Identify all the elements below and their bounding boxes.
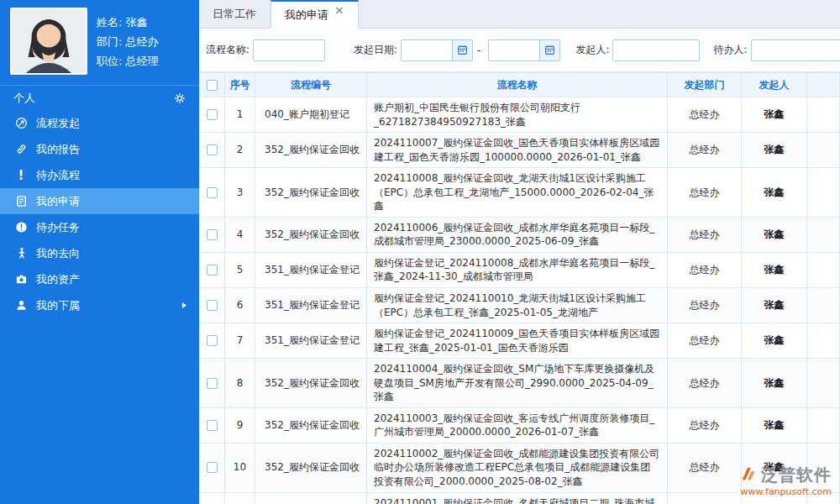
close-icon[interactable]: × <box>334 4 344 16</box>
process-name: 2024110002_履约保证金回收_成都能源建设集团投资有限公司临时办公场所装… <box>367 443 668 492</box>
col-header-no: 序号 <box>225 73 255 97</box>
section-label: 个人 <box>13 91 35 106</box>
row-extra <box>807 133 840 168</box>
initiator-input[interactable] <box>612 39 700 61</box>
col-header-code: 流程编号 <box>255 73 367 97</box>
process-code: 352_履约保证金回收 <box>255 359 367 408</box>
row-checkbox[interactable] <box>207 229 218 240</box>
initiator: 张鑫 <box>742 252 807 287</box>
row-index: 11 <box>225 492 255 504</box>
col-header-dept: 发起部门 <box>668 73 742 97</box>
filter-bar: 流程名称: 发起日期: - 发起人: 待办人: <box>199 29 840 72</box>
sidebar-item-my-applications[interactable]: 我的申请 <box>0 188 199 214</box>
select-all-checkbox[interactable] <box>207 80 218 91</box>
brand-logo-icon <box>739 465 758 486</box>
initiating-dept: 总经办 <box>668 492 742 504</box>
row-checkbox[interactable] <box>207 109 218 120</box>
brand-name: 泛普软件 <box>761 465 832 484</box>
process-name-input[interactable] <box>253 39 325 61</box>
sidebar-item-my-subordinates[interactable]: 我的下属 <box>0 292 199 318</box>
row-extra <box>807 217 840 252</box>
table-row[interactable]: 8 352_履约保证金回收 2024110004_履约保证金回收_SM广场地下车… <box>200 359 840 408</box>
initiator: 张鑫 <box>742 217 807 252</box>
process-name: 履约保证金登记_2024110010_龙湖天街城1区设计采购施工（EPC）总承包… <box>367 288 668 323</box>
table-row[interactable]: 4 352_履约保证金回收 2024110006_履约保证金回收_成都水岸华庭名… <box>200 217 840 252</box>
user-profile: 姓名: 张鑫 部门: 总经办 职位: 总经理 <box>0 0 199 85</box>
initiator: 张鑫 <box>742 97 807 133</box>
row-extra <box>807 168 840 218</box>
process-code: 351_履约保证金登记 <box>255 288 367 323</box>
initiating-dept: 总经办 <box>668 97 742 133</box>
table-row[interactable]: 9 352_履约保证金回收 2024110003_履约保证金回收_客运专线广州调… <box>200 407 840 443</box>
row-checkbox[interactable] <box>207 300 218 311</box>
row-index: 1 <box>225 97 255 133</box>
row-index: 5 <box>225 252 255 287</box>
process-code: 351_履约保证金登记 <box>255 252 367 287</box>
sidebar-item-process-start[interactable]: 流程发起 <box>0 110 199 136</box>
process-name-label: 流程名称: <box>206 43 249 57</box>
col-header-initiator: 发起人 <box>742 73 807 97</box>
sidebar-item-my-whereabouts[interactable]: 我的去向 <box>0 240 199 266</box>
col-header-extra <box>807 73 840 97</box>
row-checkbox[interactable] <box>207 187 218 198</box>
row-index: 6 <box>225 288 255 323</box>
person-icon <box>13 299 29 312</box>
exclamation-icon: ! <box>13 168 29 183</box>
row-index: 2 <box>225 133 255 168</box>
initiating-dept: 总经办 <box>668 407 742 443</box>
tab-my-applications[interactable]: 我的申请 × <box>270 0 359 29</box>
table-row[interactable]: 7 351_履约保证金登记 履约保证金登记_2024110009_国色天香项目实… <box>200 323 840 359</box>
row-index: 4 <box>225 217 255 252</box>
sidebar-item-my-assets[interactable]: 我的资产 <box>0 266 199 292</box>
table-row[interactable]: 1 040_账户期初登记 账户期初_中国民生银行股份有限公司朝阳支行_62718… <box>200 97 840 133</box>
walking-person-icon <box>13 247 29 260</box>
row-index: 8 <box>225 359 255 408</box>
row-checkbox[interactable] <box>207 462 218 473</box>
sidebar-item-my-reports[interactable]: 我的报告 <box>0 136 199 162</box>
date-from-input[interactable] <box>402 40 452 60</box>
gear-icon[interactable] <box>174 92 186 104</box>
row-checkbox[interactable] <box>207 335 218 346</box>
sidebar-item-pending-process[interactable]: ! 待办流程 <box>0 162 199 188</box>
process-code: 352_履约保证金回收 <box>255 492 367 504</box>
initiator: 张鑫 <box>742 359 807 408</box>
process-name: 2024110003_履约保证金回收_客运专线广州调度所装修项目_广州城市管理局… <box>367 407 668 443</box>
assignee-input[interactable] <box>751 39 840 61</box>
table-body: 1 040_账户期初登记 账户期初_中国民生银行股份有限公司朝阳支行_62718… <box>200 97 840 504</box>
calendar-icon[interactable] <box>539 40 559 60</box>
row-extra <box>807 252 840 287</box>
row-checkbox[interactable] <box>207 420 218 431</box>
row-checkbox[interactable] <box>207 378 218 389</box>
table-row[interactable]: 6 351_履约保证金登记 履约保证金登记_2024110010_龙湖天街城1区… <box>200 288 840 323</box>
row-checkbox[interactable] <box>207 265 218 276</box>
row-index: 3 <box>225 168 255 218</box>
row-index: 7 <box>225 323 255 359</box>
initiator-label: 发起人: <box>575 43 609 57</box>
document-icon <box>13 195 29 207</box>
row-index: 9 <box>225 407 255 443</box>
initiating-dept: 总经办 <box>668 217 742 252</box>
initiator: 张鑫 <box>742 323 807 359</box>
tab-daily-work[interactable]: 日常工作 <box>199 0 270 29</box>
table-row[interactable]: 3 352_履约保证金回收 2024110008_履约保证金回收_龙湖天街城1区… <box>200 168 840 218</box>
app-window: 姓名: 张鑫 部门: 总经办 职位: 总经理 个人 流程发起 我的报告 ! 待办… <box>0 0 840 504</box>
avatar <box>10 8 87 75</box>
initiator: 张鑫 <box>742 288 807 323</box>
table-row[interactable]: 2 352_履约保证金回收 2024110007_履约保证金回收_国色天香项目实… <box>200 133 840 168</box>
initiating-dept: 总经办 <box>668 323 742 359</box>
row-extra <box>807 323 840 359</box>
process-name: 2024110008_履约保证金回收_龙湖天街城1区设计采购施工（EPC）总承包… <box>367 168 668 218</box>
date-to-input[interactable] <box>489 40 539 60</box>
link-icon <box>13 143 29 155</box>
calendar-icon[interactable] <box>452 40 472 60</box>
table-row[interactable]: 5 351_履约保证金登记 履约保证金登记_2024110008_成都水岸华庭名… <box>200 252 840 287</box>
sidebar-item-pending-tasks[interactable]: 待办任务 <box>0 214 199 240</box>
row-checkbox[interactable] <box>207 144 218 155</box>
row-index: 10 <box>225 443 255 492</box>
row-extra <box>807 97 840 133</box>
process-code: 352_履约保证金回收 <box>255 168 367 218</box>
table-header-row: 序号 流程编号 流程名称 发起部门 发起人 <box>200 73 840 97</box>
compass-icon <box>13 117 29 129</box>
process-name: 履约保证金登记_2024110008_成都水岸华庭名苑项目一标段_张鑫_2024… <box>367 252 668 287</box>
start-date-label: 发起日期: <box>354 43 397 57</box>
